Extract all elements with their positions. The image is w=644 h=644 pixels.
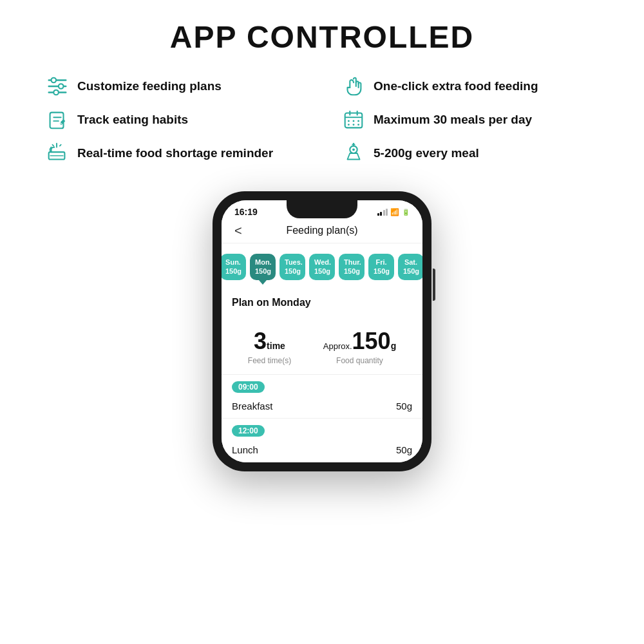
- wifi-icon: 📶: [390, 208, 399, 216]
- back-button[interactable]: <: [234, 223, 242, 238]
- feature-one-click: One-click extra food feeding: [341, 74, 599, 99]
- feed-times-value: 3time: [248, 328, 291, 355]
- feature-customize-feeding: Customize feeding plans: [45, 74, 303, 99]
- day-mon[interactable]: Mon. 150g: [250, 254, 276, 280]
- days-row: Sun. 150g Mon. 150g Tues. 150g Wed. 150g: [222, 243, 422, 288]
- lunch-label: Lunch: [232, 444, 258, 455]
- feed-times-label: Feed time(s): [248, 356, 291, 365]
- svg-point-22: [352, 148, 355, 151]
- food-qty-value: Approx.150g: [323, 328, 396, 355]
- battery-icon: 🔋: [402, 209, 410, 216]
- status-time: 16:19: [234, 207, 258, 217]
- day-tues[interactable]: Tues. 150g: [279, 254, 305, 280]
- feature-shortage-reminder: Real-time food shortage reminder: [45, 141, 303, 166]
- side-button: [433, 269, 435, 301]
- sliders-icon: [45, 74, 70, 99]
- svg-point-13: [357, 120, 359, 122]
- day-wed[interactable]: Wed. 150g: [309, 254, 335, 280]
- meal-section-breakfast: 09:00 Breakfast 50g: [222, 375, 422, 419]
- bell-icon: [45, 141, 70, 166]
- feature-customize-feeding-label: Customize feeding plans: [77, 79, 222, 93]
- touch-icon: [341, 74, 366, 99]
- svg-point-3: [52, 78, 57, 83]
- food-qty-label: Food quantity: [323, 356, 396, 365]
- breakfast-amount: 50g: [396, 401, 412, 412]
- svg-point-14: [348, 124, 350, 126]
- breakfast-label: Breakfast: [232, 401, 272, 412]
- page-container: APP CONTROLLED Customize feeding plans: [0, 0, 644, 644]
- feature-max-meals-label: Maximum 30 meals per day: [374, 113, 532, 127]
- stats-row: 3time Feed time(s) Approx.150g Food quan…: [222, 321, 422, 375]
- feature-max-meals: Maximum 30 meals per day: [341, 108, 599, 132]
- svg-point-12: [353, 120, 355, 122]
- bar3: [383, 210, 385, 216]
- feed-times-stat: 3time Feed time(s): [248, 328, 291, 365]
- lunch-row: Lunch 50g: [222, 439, 422, 462]
- lunch-time-badge: 12:00: [232, 425, 265, 437]
- signal-bars: [377, 209, 388, 216]
- food-qty-stat: Approx.150g Food quantity: [323, 328, 396, 365]
- status-bar: 16:19 📶 🔋: [222, 200, 422, 220]
- features-grid: Customize feeding plans One-click extra …: [45, 74, 599, 166]
- feature-one-click-label: One-click extra food feeding: [374, 79, 538, 93]
- breakfast-time-badge: 09:00: [232, 381, 265, 393]
- plan-title: Plan on Monday: [232, 297, 412, 308]
- breakfast-row: Breakfast 50g: [222, 395, 422, 419]
- lunch-amount: 50g: [396, 444, 412, 455]
- feature-portion-label: 5-200g every meal: [374, 146, 479, 160]
- day-fri[interactable]: Fri. 150g: [368, 254, 394, 280]
- status-icons: 📶 🔋: [377, 208, 410, 216]
- calendar-icon: [341, 108, 366, 132]
- day-thur[interactable]: Thur. 150g: [339, 254, 365, 280]
- feature-track-eating-label: Track eating habits: [77, 113, 188, 127]
- bar2: [380, 212, 382, 216]
- weight-icon: [341, 141, 366, 166]
- nav-title: Feeding plan(s): [286, 225, 357, 236]
- page-title: APP CONTROLLED: [170, 19, 474, 55]
- svg-point-15: [353, 124, 355, 126]
- day-sat[interactable]: Sat. 150g: [398, 254, 422, 280]
- bar1: [377, 213, 379, 216]
- phone-outer: 16:19 📶 🔋 <: [213, 191, 431, 471]
- phone-mockup: 16:19 📶 🔋 <: [213, 191, 431, 471]
- feature-portion-size: 5-200g every meal: [341, 141, 599, 166]
- svg-point-11: [348, 120, 350, 122]
- bar4: [386, 209, 388, 216]
- edit-icon: [45, 108, 70, 132]
- svg-point-5: [53, 90, 59, 95]
- plan-section: Plan on Monday: [222, 288, 422, 321]
- day-sun[interactable]: Sun. 150g: [222, 254, 246, 280]
- notch: [287, 200, 357, 218]
- feature-track-eating: Track eating habits: [45, 108, 303, 132]
- phone-screen: 16:19 📶 🔋 <: [222, 200, 422, 462]
- nav-bar: < Feeding plan(s): [222, 220, 422, 243]
- svg-point-4: [59, 84, 64, 89]
- svg-point-16: [357, 124, 359, 126]
- feature-shortage-label: Real-time food shortage reminder: [77, 146, 273, 160]
- meal-section-lunch: 12:00 Lunch 50g: [222, 419, 422, 462]
